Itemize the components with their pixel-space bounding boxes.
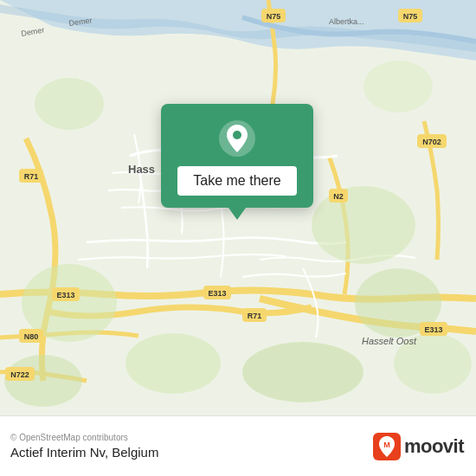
svg-text:N2: N2 [333,192,344,201]
svg-point-7 [125,333,221,394]
svg-text:N722: N722 [10,370,29,379]
take-me-there-button[interactable]: Take me there [177,166,296,196]
svg-text:R71: R71 [248,312,262,320]
svg-point-8 [363,61,433,113]
svg-text:N702: N702 [422,138,441,146]
bottom-left-info: © OpenStreetMap contributors Actief Inte… [10,433,158,460]
svg-point-38 [233,131,241,139]
svg-point-9 [35,78,104,130]
location-popup[interactable]: Take me there [161,104,313,208]
copyright-text: © OpenStreetMap contributors [10,433,158,442]
svg-text:E313: E313 [56,291,74,299]
location-name: Actief Interim Nv, Belgium [10,445,158,460]
svg-point-1 [312,186,415,264]
svg-text:M: M [383,441,390,449]
location-pin-icon [218,119,256,158]
svg-text:Hass: Hass [128,163,155,176]
svg-text:N75: N75 [267,12,281,21]
svg-text:Albertka...: Albertka... [329,17,364,26]
svg-text:E313: E313 [208,289,226,298]
moovit-icon: M [373,433,401,460]
map-container: R71 R71 E313 E313 E313 N75 N75 N2 N702 N… [0,0,476,415]
svg-point-4 [242,342,363,402]
svg-text:N75: N75 [403,12,418,21]
moovit-text: moovit [404,435,464,458]
svg-text:R71: R71 [24,172,39,181]
svg-text:Hasselt Oost: Hasselt Oost [362,336,417,346]
svg-text:N80: N80 [24,332,39,341]
moovit-logo: M moovit [373,433,464,460]
svg-text:E313: E313 [424,325,442,334]
bottom-bar: © OpenStreetMap contributors Actief Inte… [0,415,476,476]
